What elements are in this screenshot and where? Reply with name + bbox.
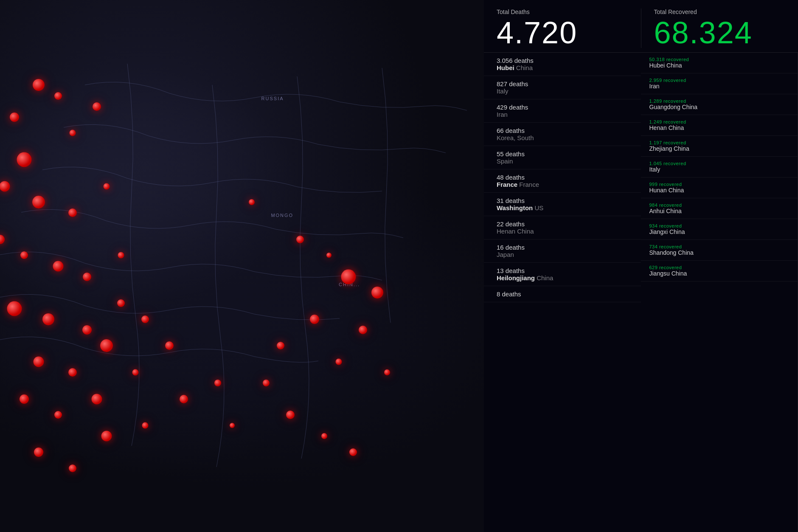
outbreak-dot [341, 269, 356, 284]
death-list-item: 31 deathsWashington US [484, 193, 641, 216]
outbreak-dot [296, 236, 304, 243]
outbreak-dot [326, 253, 332, 258]
recovered-list-item: 1.197 recoveredZhejiang China [641, 136, 798, 157]
outbreak-dot [371, 287, 383, 298]
map-section: RUSSIA MONGO CHIN... [0, 0, 484, 532]
outbreak-dot [263, 380, 270, 386]
outbreak-dot [249, 199, 255, 205]
recovered-column: 50.318 recoveredHubei China2.959 recover… [641, 53, 798, 532]
death-list-item: 55 deathsSpain [484, 146, 641, 169]
outbreak-dot [83, 273, 91, 281]
outbreak-dot [93, 102, 101, 111]
deaths-section: Total Deaths 4.720 [497, 8, 641, 48]
outbreak-dot [101, 431, 112, 442]
map-lines-svg [0, 0, 484, 532]
outbreak-dot [384, 369, 390, 375]
outbreak-dot [68, 368, 77, 377]
death-list-item: 66 deathsKorea, South [484, 123, 641, 146]
recovered-list-item: 50.318 recoveredHubei China [641, 53, 798, 73]
outbreak-dot [42, 313, 54, 325]
death-list-item: 3.056 deathsHubei China [484, 53, 641, 76]
outbreak-dot [321, 433, 327, 439]
recovered-section: Total Recovered 68.324 [641, 8, 786, 48]
outbreak-dot [286, 411, 295, 419]
outbreak-dot [349, 448, 357, 456]
death-list-item: 16 deathsJapan [484, 239, 641, 263]
total-deaths-value: 4.720 [497, 17, 628, 48]
death-list-item: 22 deathsHenan China [484, 216, 641, 239]
outbreak-dot [132, 369, 139, 376]
outbreak-dot [230, 423, 235, 428]
total-deaths-label: Total Deaths [497, 8, 628, 15]
outbreak-dot [180, 395, 188, 403]
outbreak-dot [34, 357, 44, 367]
outbreak-dot [33, 79, 45, 91]
outbreak-dot [310, 315, 319, 324]
death-list-item: 429 deathsIran [484, 99, 641, 123]
outbreak-dot [54, 411, 62, 419]
outbreak-dot [100, 339, 113, 352]
outbreak-dot [20, 394, 29, 404]
outbreak-dot [117, 299, 125, 307]
outbreak-dot [10, 113, 19, 122]
outbreak-dot [68, 208, 77, 217]
recovered-list-item: 999 recoveredHunan China [641, 177, 798, 198]
outbreak-dot [0, 181, 10, 191]
recovered-list-item: 629 recoveredJiangsu China [641, 261, 798, 281]
deaths-list-inner: 3.056 deathsHubei China827 deathsItaly42… [484, 53, 798, 532]
outbreak-dot [82, 325, 92, 335]
recovered-list-item: 734 recoveredShandong China [641, 240, 798, 261]
total-recovered-value: 68.324 [654, 17, 786, 48]
outbreak-dot [7, 301, 22, 316]
outbreak-dot [165, 341, 174, 350]
stats-header: Total Deaths 4.720 Total Recovered 68.32… [484, 0, 798, 53]
outbreak-dot [54, 92, 62, 100]
death-list-item: 8 deaths [484, 286, 641, 302]
death-list-item: 48 deathsFrance France [484, 169, 641, 193]
recovered-list-item: 934 recoveredJiangxi China [641, 219, 798, 240]
outbreak-dot [92, 394, 102, 404]
russia-label: RUSSIA [261, 96, 284, 101]
outbreak-dot [32, 196, 45, 208]
deaths-list-container: 3.056 deathsHubei China827 deathsItaly42… [484, 53, 798, 532]
death-list-item: 13 deathsHeilongjiang China [484, 263, 641, 286]
outbreak-dot [118, 252, 124, 259]
outbreak-dot [70, 130, 76, 136]
outbreak-dot [142, 422, 149, 429]
outbreak-dot [103, 183, 110, 189]
outbreak-dot [34, 448, 43, 457]
outbreak-dot [20, 251, 28, 259]
deaths-column: 3.056 deathsHubei China827 deathsItaly42… [484, 53, 641, 532]
death-list-item: 827 deathsItaly [484, 76, 641, 99]
outbreak-dot [277, 342, 284, 349]
outbreak-dot [69, 464, 76, 472]
mongo-label: MONGO [271, 213, 293, 218]
recovered-list-item: 1.289 recoveredGuangdong China [641, 94, 798, 115]
outbreak-dot [214, 380, 221, 386]
outbreak-dot [336, 359, 342, 365]
outbreak-dot [141, 315, 149, 323]
recovered-list-item: 1.045 recoveredItaly [641, 157, 798, 177]
outbreak-dot [17, 152, 32, 167]
recovered-list-item: 2.959 recoveredIran [641, 73, 798, 94]
recovered-list-item: 984 recoveredAnhui China [641, 198, 798, 219]
outbreak-dot [359, 326, 367, 334]
outbreak-dot [53, 261, 63, 271]
total-recovered-label: Total Recovered [654, 8, 786, 15]
right-panel: Total Deaths 4.720 Total Recovered 68.32… [484, 0, 798, 532]
recovered-list-item: 1.249 recoveredHenan China [641, 115, 798, 136]
